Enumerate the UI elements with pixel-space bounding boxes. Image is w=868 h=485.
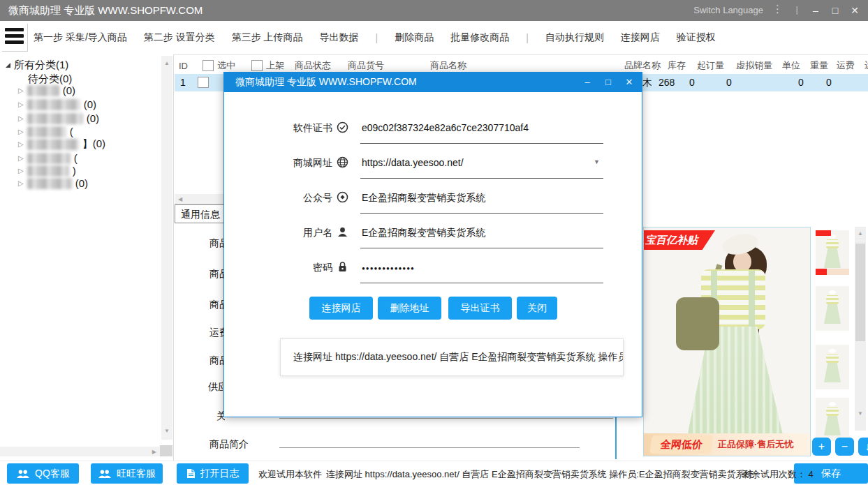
tree-item-count: (0) [75, 177, 88, 189]
open-log-button[interactable]: 打开日志 [177, 463, 249, 484]
shop-url-select[interactable]: https://data.yeesoo.net/ [362, 157, 464, 168]
tree-item-censored[interactable]: ▷ (0) [18, 112, 99, 125]
scroll-down-icon[interactable]: ▼ [164, 428, 170, 434]
menu-step2-category[interactable]: 第二步 设置分类 [144, 31, 215, 44]
col-sku[interactable]: 商品货号 [348, 59, 430, 72]
dialog-minimize-button[interactable]: – [579, 74, 596, 91]
hamburger-menu-icon[interactable] [1, 23, 27, 51]
select-all-checkbox[interactable] [203, 60, 214, 71]
menu-separator: | [526, 32, 529, 43]
tree-item-censored[interactable]: ▷ ) [18, 164, 76, 177]
menu-batch-edit[interactable]: 批量修改商品 [450, 31, 509, 44]
menu-separator: | [376, 32, 378, 43]
document-icon [186, 468, 196, 479]
shop-url-field-row: 商城网址 https://data.yeesoo.net/ ▼ [224, 155, 642, 179]
tree-item-censored[interactable]: ▷ (0) [18, 84, 75, 97]
col-status[interactable]: 商品状态 [295, 59, 348, 72]
lock-icon [337, 261, 348, 273]
censored-label [27, 85, 59, 96]
censored-label [27, 113, 83, 124]
col-listed[interactable]: 上架 [251, 59, 295, 72]
delete-address-button[interactable]: 删除地址 [378, 297, 441, 320]
col-shipping[interactable]: 运费 [837, 59, 865, 72]
col-stock[interactable]: 库存 [668, 59, 697, 72]
password-label: 密码 [265, 262, 332, 274]
menu-delete-product[interactable]: 删除商品 [395, 31, 434, 44]
scroll-right-icon[interactable]: ▶ [152, 449, 156, 455]
figure-strap-art [749, 271, 755, 329]
product-image-preview[interactable]: 宝百亿补贴 全网低价 正品保障·售后无忧 [643, 227, 811, 456]
sidebar-horizontal-scrollbar[interactable]: ▶ [0, 447, 161, 456]
scroll-up-icon[interactable]: ▲ [164, 60, 170, 66]
people-icon [16, 469, 30, 479]
col-selected[interactable]: 选中 [203, 59, 251, 72]
switch-language-button[interactable]: Switch Language [693, 5, 763, 15]
password-input[interactable]: ●●●●●●●●●●●●● [362, 265, 415, 271]
tree-item-censored[interactable]: ▷ (0) [18, 98, 96, 111]
zoom-in-button[interactable]: + [812, 438, 831, 456]
dialog-button-row: 连接网店 删除地址 导出证书 关闭 [224, 297, 642, 320]
tree-root-all-categories[interactable]: 所有分类(1) [6, 59, 68, 72]
username-field-row: 用户名 E企盈招商裂变营销卖货系统 [224, 225, 642, 248]
tab-general-info[interactable]: 通用信息 [175, 204, 226, 223]
close-button[interactable]: ✕ [846, 2, 864, 19]
col-virtual-sales[interactable]: 虚拟销量 [736, 59, 782, 72]
scrollbar-thumb[interactable] [855, 244, 865, 341]
tree-item-censored[interactable]: ▷ ( [18, 125, 73, 138]
col-id[interactable]: ID [175, 61, 203, 71]
official-account-icon [337, 191, 348, 203]
menu-connect-shop[interactable]: 连接网店 [621, 31, 660, 44]
col-weight[interactable]: 重量 [810, 59, 837, 72]
globe-icon [337, 156, 348, 168]
zoom-out-button[interactable]: − [835, 438, 854, 456]
qq-support-button[interactable]: QQ客服 [7, 463, 79, 484]
category-sidebar: 所有分类(1) 待分类(0) ▷ (0) ▷ (0) ▷ (0) ▷ ( ▷ [0, 54, 174, 461]
certificate-input[interactable]: e09c02f387324e82a6c7ce2307710af4 [362, 122, 529, 133]
tree-item-censored[interactable]: ▷ (0) [18, 177, 88, 190]
list-all-checkbox[interactable] [251, 60, 263, 71]
scroll-up-icon[interactable]: ▲ [858, 230, 863, 237]
menu-step3-upload[interactable]: 第三步 上传商品 [232, 31, 303, 44]
row-checkbox[interactable] [198, 77, 209, 88]
move-down-button[interactable]: ↓ [858, 438, 868, 456]
dialog-close-button[interactable]: ✕ [621, 74, 638, 91]
username-input[interactable]: E企盈招商裂变营销卖货系统 [362, 227, 485, 239]
tree-item-censored[interactable]: ▷ ( [18, 151, 78, 165]
dialog-maximize-button[interactable]: □ [600, 74, 617, 91]
col-shipping-template[interactable]: 运费模板 [865, 59, 868, 72]
menu-verify-auth[interactable]: 验证授权 [677, 31, 716, 44]
col-unit[interactable]: 单位 [782, 59, 810, 72]
tree-collapsed-icon: ▷ [18, 128, 24, 135]
export-certificate-button[interactable]: 导出证书 [448, 297, 512, 320]
sidebar-vertical-scrollbar[interactable]: ▲ ▼ [161, 56, 172, 440]
official-account-input[interactable]: E企盈招商裂变营销卖货系统 [362, 192, 485, 204]
col-name[interactable]: 商品名称 [430, 59, 624, 72]
censored-label [27, 99, 80, 110]
welcome-text: 欢迎试用本软件 [258, 468, 322, 481]
menu-auto-rules[interactable]: 自动执行规则 [545, 31, 604, 44]
tree-item-count: (0) [84, 98, 96, 110]
connection-text: 连接网址 https://data.yeesoo.net/ 自营店 E企盈招商裂… [326, 468, 754, 481]
description-input[interactable] [279, 447, 580, 448]
col-brand[interactable]: 品牌名称 [624, 59, 668, 72]
menu-export-data[interactable]: 导出数据 [320, 31, 359, 44]
keyword-input[interactable] [279, 418, 613, 419]
thumbnail-4[interactable] [816, 398, 849, 441]
connect-shop-button[interactable]: 连接网店 [309, 297, 373, 320]
thumbnail-3[interactable] [816, 345, 849, 389]
menu-dots-icon[interactable]: ⋮ [772, 3, 783, 15]
wangwang-support-button[interactable]: 旺旺客服 [91, 463, 163, 484]
scroll-down-icon[interactable]: ▼ [858, 410, 863, 417]
thumbnail-2[interactable] [816, 286, 849, 331]
thumbnail-1[interactable] [816, 230, 849, 275]
tree-item-censored[interactable]: ▷ 】(0) [18, 137, 105, 151]
close-dialog-button[interactable]: 关闭 [517, 297, 557, 320]
minimize-button[interactable]: – [807, 2, 825, 19]
menu-step1-import[interactable]: 第一步 采集/导入商品 [34, 31, 127, 44]
scroll-left-icon[interactable]: ◀ [178, 196, 182, 202]
dropdown-caret-icon[interactable]: ▼ [594, 158, 600, 165]
maximize-button[interactable]: □ [826, 2, 844, 19]
tree-collapsed-icon: ▷ [18, 87, 24, 94]
col-min-order[interactable]: 起订量 [697, 59, 736, 72]
thumbnail-scrollbar[interactable]: ▲ ▼ [855, 227, 866, 431]
